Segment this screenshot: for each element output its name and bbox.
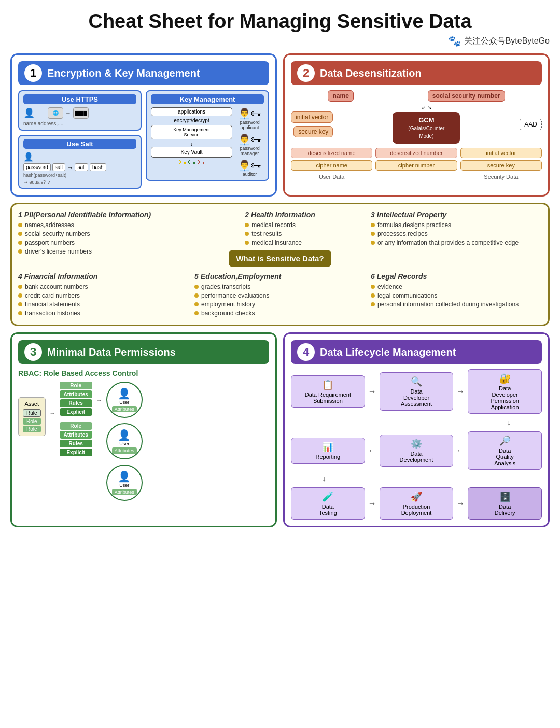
edu-item-4: background checks: [194, 310, 366, 317]
person1-icon: 👨‍💼🗝: [235, 107, 264, 120]
security-data-label: Security Data: [460, 174, 542, 180]
lifecycle-row-2: 📊 Reporting ← ⚙️ DataDevelopment ← 🔎 Dat…: [291, 431, 542, 470]
key-vault-box: Key Vault: [151, 147, 232, 158]
asset-box: Asset Rule Role Role: [18, 397, 46, 436]
lc-step-reporting: 📊 Reporting: [291, 438, 365, 464]
gcm-box: GCM(Galais/CounterMode): [393, 112, 460, 144]
cipher-number-tag: cipher number: [375, 160, 457, 171]
salt-val2: salt: [75, 163, 88, 171]
secure-key-out-tag: secure key: [460, 160, 542, 171]
ip-item-3: or any information that provides a compe…: [371, 239, 542, 246]
lc-step-development: ⚙️ DataDevelopment: [380, 435, 454, 467]
user-circle-1: 👤 User Attributes: [106, 382, 143, 418]
auditor-label: auditor: [238, 172, 261, 177]
section1-number: 1: [24, 64, 42, 82]
role-box-2: Role: [23, 426, 41, 432]
arrow-3: ←: [368, 446, 376, 455]
user-data-label: User Data: [291, 174, 372, 180]
km-title: Key Management: [151, 94, 264, 104]
section3-header: 3 Minimal Data Permissions: [18, 340, 269, 364]
rbac-diagram: Asset Rule Role Role → Role Attributes R…: [18, 382, 269, 501]
secure-key-tag: secure key: [293, 126, 333, 137]
key-green-icon: 🗝: [188, 158, 196, 167]
category-financial: 4Financial Information bank account numb…: [18, 272, 189, 318]
pii-item-4: driver's license numbers: [18, 248, 189, 255]
kms-box: Key ManagementService: [151, 125, 232, 139]
what-is-sensitive-box: What is Sensitive Data?: [229, 250, 331, 267]
user-label-1: User: [119, 400, 129, 405]
lc-step-delivery: 🗄️ DataDelivery: [468, 487, 542, 520]
health-item-1: medical records: [245, 221, 315, 229]
password-label: password: [23, 163, 51, 171]
arrow-1: →: [368, 387, 376, 396]
rules-box-2: Rules: [60, 440, 92, 447]
pii-item-3: passport numbers: [18, 239, 189, 246]
https-icon: 🌐: [48, 107, 63, 119]
salt-box: Use Salt 👤 password salt → salt hash has…: [18, 135, 142, 189]
section4-number: 4: [297, 343, 315, 361]
lifecycle-row-3: 🧪 DataTesting → 🚀 ProductionDeployment →…: [291, 487, 542, 520]
edu-item-1: grades,transcripts: [194, 283, 366, 290]
user-attr-2: Attributes: [112, 447, 137, 454]
key-red-icon: 🗝: [197, 158, 205, 167]
applications-box: applications: [151, 107, 232, 116]
lc-step-quality: 🔎 DataQualityAnalysis: [468, 431, 542, 470]
category-pii: 1PII(Personal Identifiable Information) …: [18, 211, 189, 267]
rules-box-1: Rules: [60, 399, 92, 407]
sensitive-data-section: 1PII(Personal Identifiable Information) …: [10, 203, 550, 326]
auditor-person: 👨‍💼🗝 auditor: [238, 159, 261, 177]
user-label-3: User: [119, 483, 129, 488]
role-header-2: Role: [60, 422, 92, 430]
password-applicant-person: 👨‍💼🗝 password applicant: [235, 107, 264, 130]
encrypt-decrypt: encrypt/decrypt: [151, 118, 232, 123]
asset-label: Asset: [23, 401, 41, 407]
user-attr-3: Attributes: [112, 489, 137, 495]
financial-title: 4Financial Information: [18, 272, 189, 281]
category-education: 5Education,Employment grades,transcripts…: [194, 272, 366, 318]
desensitized-number-col: desensitized number cipher number: [375, 148, 457, 180]
role-box-1: Role: [23, 418, 41, 425]
ip-title: 3Intellectual Property: [371, 211, 542, 219]
sensitive-grid: 1PII(Personal Identifiable Information) …: [18, 211, 542, 318]
legal-title: 6Legal Records: [371, 272, 542, 281]
desens-top: name social security number: [291, 90, 542, 102]
security-data-col: initial vector secure key Security Data: [460, 148, 542, 180]
lc-step-permission: 🔐 DataDeveloperPermissionApplication: [468, 369, 542, 414]
lc-step-submission: 📋 Data RequirementSubmission: [291, 375, 365, 408]
ip-list: formulas,designs practices processes,rec…: [371, 221, 542, 246]
cipher-name-tag: cipher name: [291, 160, 372, 171]
rule-box: Rule: [23, 409, 41, 417]
pii-item-1: names,addresses: [18, 221, 189, 229]
edu-item-2: performance evaluations: [194, 292, 366, 299]
desensitized-name-col: desensitized name cipher name User Data: [291, 148, 372, 180]
section3-number: 3: [24, 343, 42, 361]
ip-item-1: formulas,designs practices: [371, 221, 542, 229]
section-desensitization: 2 Data Desensitization name social secur…: [283, 53, 550, 197]
section2-number: 2: [297, 64, 315, 82]
desensitized-number-tag: desensitized number: [375, 148, 457, 158]
attr-box-1: Attributes: [60, 390, 92, 398]
category-legal: 6Legal Records evidence legal communicat…: [371, 272, 542, 318]
arrow-2: →: [456, 387, 465, 396]
name-addr-label: name,address,....: [23, 121, 136, 127]
km-box: Key Management applications encrypt/decr…: [146, 90, 269, 181]
section-encryption: 1 Encryption & Key Management Use HTTPS …: [10, 53, 277, 197]
fin-item-1: bank account numbers: [18, 283, 189, 290]
output-grid: desensitized name cipher name User Data …: [291, 148, 542, 180]
password-applicant-label: password applicant: [235, 120, 264, 130]
edu-item-3: employment history: [194, 301, 366, 308]
section-permissions: 3 Minimal Data Permissions RBAC: Role Ba…: [10, 332, 277, 527]
https-label: Use HTTPS: [23, 94, 136, 104]
keys-row: 🗝 🗝 🗝: [151, 158, 232, 167]
section1-title: Encryption & Key Management: [47, 67, 200, 79]
user-attr-1: Attributes: [112, 406, 137, 412]
health-item-3: medical insurance: [245, 239, 315, 246]
initial-vector-out-tag: initial vector: [460, 148, 542, 158]
explicit-box-1: Explicit: [60, 408, 92, 416]
fin-item-4: transaction histories: [18, 310, 189, 317]
pii-item-2: social security numbers: [18, 230, 189, 237]
user-label-2: User: [119, 441, 129, 446]
lifecycle-row-1: 📋 Data RequirementSubmission → 🔍 DataDev…: [291, 369, 542, 414]
section3-title: Minimal Data Permissions: [47, 346, 176, 358]
section2-title: Data Desensitization: [320, 67, 422, 79]
